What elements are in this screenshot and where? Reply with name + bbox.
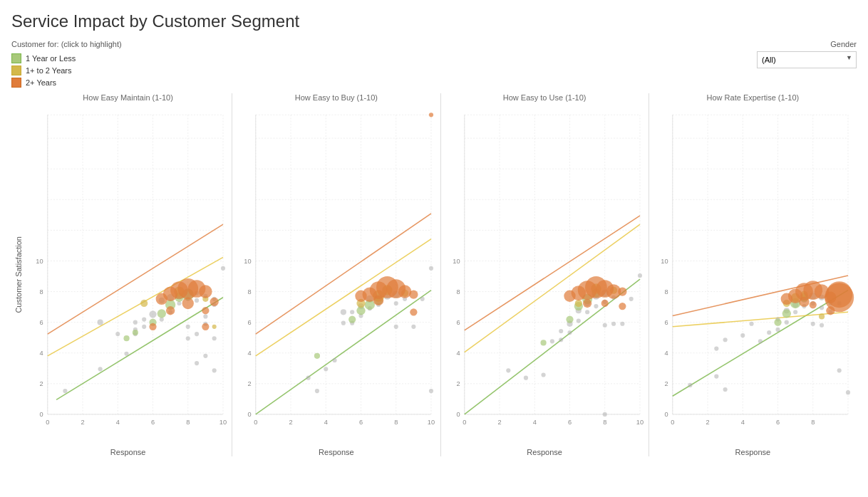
x-axis-label-buy: Response	[234, 448, 438, 456]
legend-swatch-orange	[11, 78, 21, 88]
chart-svg-maintain: 0 2 4 6 8 10 0 2 4 6 8 10	[26, 105, 230, 446]
svg-point-35	[98, 367, 103, 371]
svg-text:6: 6	[39, 319, 43, 326]
svg-point-279	[723, 338, 727, 342]
svg-point-319	[799, 297, 809, 307]
svg-point-296	[820, 305, 824, 310]
legend-label-orange: 2+ Years	[26, 78, 56, 87]
svg-point-281	[749, 322, 753, 326]
svg-text:4: 4	[39, 350, 43, 357]
svg-point-238	[582, 299, 591, 308]
svg-point-204	[549, 339, 554, 343]
svg-point-54	[186, 336, 190, 340]
filter-select-wrapper[interactable]: (All) Male Female	[757, 51, 857, 68]
svg-point-146	[429, 266, 433, 271]
svg-point-214	[594, 304, 598, 308]
svg-text:8: 8	[456, 288, 460, 295]
svg-point-57	[195, 332, 199, 336]
svg-point-145	[420, 297, 425, 301]
svg-point-126	[315, 389, 319, 393]
chart-panel-maintain: How Easy Maintain (1-10)	[24, 93, 232, 456]
chart-title-use: How Easy to Use (1-10)	[443, 93, 647, 102]
svg-point-208	[567, 330, 572, 335]
svg-text:2: 2	[497, 419, 501, 426]
svg-text:8: 8	[664, 288, 668, 295]
x-axis-label-expertise: Response	[651, 448, 855, 456]
chart-svg-use: 0 2 4 6 8 10 0 2 4 6 8 10	[443, 105, 647, 446]
charts-area: Customer Satisfaction How Easy Maintain …	[11, 93, 857, 456]
svg-line-33	[48, 224, 223, 334]
svg-text:10: 10	[428, 419, 435, 426]
svg-point-275	[688, 383, 692, 387]
svg-point-239	[618, 287, 626, 295]
svg-point-237	[564, 291, 575, 302]
svg-text:0: 0	[248, 411, 252, 418]
svg-point-222	[637, 273, 641, 278]
svg-point-128	[333, 358, 337, 362]
svg-point-285	[775, 328, 780, 332]
legend-item-green[interactable]: 1 Year or Less	[11, 53, 122, 63]
svg-point-141	[394, 301, 398, 305]
svg-text:6: 6	[248, 319, 252, 326]
svg-point-85	[156, 293, 167, 305]
svg-point-89	[210, 298, 219, 306]
svg-point-86	[166, 306, 175, 315]
x-axis-label-use: Response	[443, 448, 647, 456]
svg-text:4: 4	[532, 419, 536, 426]
svg-text:2: 2	[248, 380, 252, 387]
chart-panel-buy: How Easy to Buy (1-10)	[232, 93, 440, 456]
legend-label-green: 1 Year or Less	[26, 54, 76, 63]
svg-text:8: 8	[248, 288, 252, 295]
svg-point-224	[566, 315, 573, 323]
filter-section: Gender (All) Male Female	[757, 40, 857, 68]
svg-point-36	[98, 320, 103, 325]
legend: Customer for: (click to highlight) 1 Yea…	[11, 40, 122, 88]
svg-text:2: 2	[81, 419, 84, 426]
svg-point-144	[412, 325, 416, 329]
svg-text:4: 4	[456, 350, 460, 357]
legend-item-yellow[interactable]: 1+ to 2 Years	[11, 66, 122, 75]
svg-point-162	[356, 291, 367, 302]
svg-point-164	[409, 291, 418, 299]
svg-point-219	[611, 322, 615, 326]
svg-point-317	[780, 293, 792, 305]
svg-text:6: 6	[567, 419, 571, 426]
svg-point-320	[809, 301, 816, 308]
svg-point-282	[758, 339, 763, 343]
svg-point-125	[306, 376, 311, 380]
svg-point-303	[774, 319, 781, 326]
svg-text:0: 0	[46, 419, 49, 426]
svg-point-228	[540, 340, 546, 345]
svg-point-220	[620, 322, 624, 326]
svg-point-202	[523, 376, 527, 380]
legend-item-orange[interactable]: 2+ Years	[11, 78, 122, 88]
page-title: Service Impact by Customer Segment	[11, 11, 857, 31]
svg-text:8: 8	[186, 419, 190, 426]
svg-point-38	[124, 352, 128, 356]
svg-text:8: 8	[811, 419, 815, 426]
svg-text:6: 6	[151, 419, 155, 426]
svg-point-210	[576, 319, 580, 323]
gender-filter[interactable]: (All) Male Female	[757, 51, 857, 68]
svg-text:4: 4	[740, 419, 744, 426]
svg-text:10: 10	[244, 258, 252, 265]
svg-point-302	[846, 390, 850, 394]
svg-text:10: 10	[36, 258, 43, 265]
svg-text:4: 4	[664, 350, 668, 357]
svg-text:0: 0	[39, 411, 43, 418]
svg-text:0: 0	[463, 419, 466, 426]
svg-point-289	[793, 310, 797, 314]
svg-text:4: 4	[116, 419, 120, 426]
svg-point-165	[410, 308, 417, 315]
svg-text:2: 2	[289, 419, 293, 426]
svg-point-73	[123, 335, 129, 341]
chart-title-buy: How Easy to Buy (1-10)	[234, 93, 438, 102]
svg-line-124	[256, 214, 431, 334]
svg-point-75	[140, 300, 148, 307]
svg-point-84	[182, 298, 194, 309]
svg-point-241	[619, 303, 626, 310]
svg-point-310	[819, 313, 825, 319]
svg-point-43	[142, 325, 146, 329]
chart-panel-use: How Easy to Use (1-10)	[440, 93, 649, 456]
svg-text:6: 6	[664, 319, 668, 326]
